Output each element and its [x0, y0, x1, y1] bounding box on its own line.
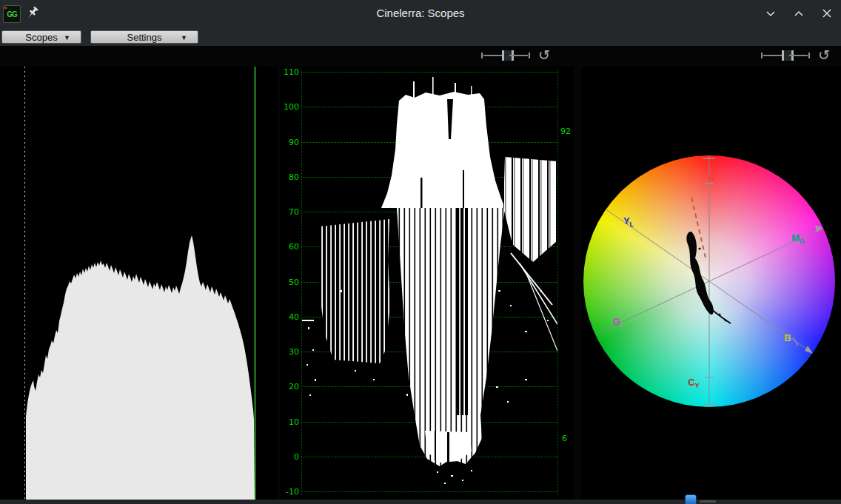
vectorscope-label-yl: YL [623, 216, 634, 230]
scale-tick-label: 0 [280, 453, 299, 462]
waveform-intensity-slider[interactable] [481, 50, 530, 61]
app-icon-text: GG [7, 10, 17, 19]
minimize-button[interactable] [763, 5, 779, 21]
app-icon: GG [3, 5, 21, 23]
scopes-dropdown-button[interactable]: Scopes ▼ [1, 30, 81, 44]
toolbar: Scopes ▼ Settings ▼ [0, 27, 841, 46]
chevron-down-icon [765, 10, 776, 17]
maximize-button[interactable] [791, 5, 807, 21]
waveform-max-marker: 92 [560, 127, 571, 136]
histogram-panel [0, 67, 278, 500]
scale-tick-label: 10 [280, 418, 299, 427]
vectorscope-label-g: G [613, 317, 620, 331]
scale-tick-label: 40 [280, 313, 299, 322]
taskbar-peek-fragment [700, 500, 716, 503]
close-icon [822, 9, 831, 18]
vectorscope-label-mg: MG [791, 233, 805, 247]
vectorscope-label-b: B [784, 333, 791, 347]
slider-right-tick [529, 53, 530, 58]
vectorscope-panel: R YL MG G B CY [581, 67, 841, 500]
scale-tick-label: 50 [280, 278, 299, 287]
scopes-dropdown-label: Scopes [25, 32, 57, 43]
scale-tick-label: 80 [280, 173, 299, 182]
scale-tick-label: 70 [280, 208, 299, 217]
dropdown-arrow-icon: ▼ [64, 34, 70, 41]
slider-track [483, 55, 502, 56]
settings-dropdown-button[interactable]: Settings ▼ [90, 30, 198, 44]
vectorscope-intensity-slider[interactable] [761, 50, 810, 61]
slider-track [789, 55, 808, 56]
slider-track [509, 55, 528, 56]
waveform-min-marker: 6 [562, 434, 567, 443]
slider-left-tick [481, 53, 483, 58]
taskbar-peek-icon[interactable] [685, 494, 697, 504]
vectorscope-label-r: R [708, 173, 715, 187]
waveform-right-border [557, 70, 558, 497]
slider-left-tick [761, 53, 763, 58]
slider-right-tick [808, 53, 810, 58]
window-controls [763, 0, 835, 27]
waveform-reset-icon[interactable]: ↺ [537, 47, 552, 62]
pin-icon[interactable] [26, 6, 39, 21]
scale-tick-label: 60 [280, 243, 299, 252]
slider-track [763, 55, 782, 56]
vectorscope-label-cy: CY [688, 377, 699, 392]
waveform-scale: 110 100 90 80 70 60 50 40 30 20 10 0 -10 [280, 68, 299, 497]
close-button[interactable] [819, 5, 835, 21]
window-title: Cinelerra: Scopes [0, 0, 841, 27]
cinelerra-scopes-window: GG Cinelerra: Scopes [0, 0, 841, 504]
scopes-content: ↺ ↺ 110 100 90 80 70 60 50 4 [0, 46, 841, 500]
chevron-up-icon [794, 10, 804, 17]
dropdown-arrow-icon: ▼ [181, 34, 187, 41]
vectorscope-graticule [581, 67, 841, 500]
histogram-plot [0, 67, 278, 500]
scale-tick-label: 100 [280, 103, 299, 112]
scale-tick-label: 20 [280, 383, 299, 392]
scale-tick-label: -10 [280, 488, 299, 497]
waveform-trace [302, 67, 557, 497]
titlebar[interactable]: GG Cinelerra: Scopes [0, 0, 841, 27]
scale-tick-label: 110 [280, 68, 299, 77]
settings-dropdown-label: Settings [127, 32, 162, 43]
vectorscope-reset-icon[interactable]: ↺ [817, 47, 831, 62]
scale-tick-label: 90 [280, 138, 299, 147]
scale-tick-label: 30 [280, 348, 299, 357]
